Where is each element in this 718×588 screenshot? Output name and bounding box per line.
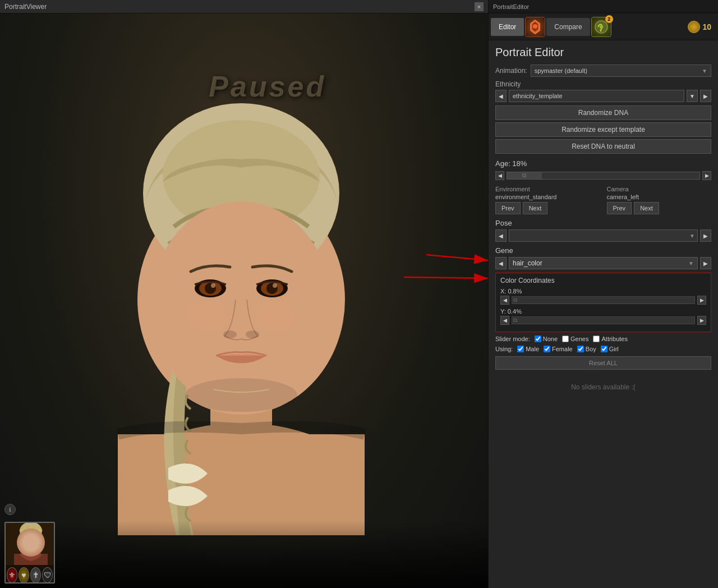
age-slider[interactable]: ◀ ⧉ ▶ [495,170,711,181]
age-slider-track[interactable]: ⧉ [507,172,700,180]
reset-dna-btn[interactable]: Reset DNA to neutral [495,139,711,154]
svg-point-18 [246,330,259,338]
badge-heraldry: ⚜ [7,567,17,583]
animation-label: Animation: [495,67,527,75]
gene-dropdown[interactable]: hair_color ▼ [509,257,698,269]
svg-point-33 [600,25,603,29]
age-slider-left[interactable]: ◀ [495,171,504,180]
title-bar: PortraitViewer × [0,0,488,13]
color-coordinates-box: Color Coordinates X: 0.8% ◀ ⧉ ▶ Y: 0.4% … [495,273,711,332]
pose-dropdown[interactable]: ▼ [509,229,698,242]
reset-all-btn[interactable]: Reset ALL [495,356,711,370]
pose-next-btn[interactable]: ▶ [700,229,711,242]
coord-x-track[interactable]: ⧉ [512,296,695,304]
panel-content: Portrait Editor Animation: spymaster (de… [489,40,718,408]
pose-label: Pose [495,219,711,227]
boy-checkbox-item: Boy [577,346,596,352]
ethnicity-dropdown-btn[interactable]: ▼ [687,90,698,102]
animation-value: spymaster (default) [535,67,587,74]
male-label: Male [526,346,539,352]
coord-x-slider[interactable]: ◀ ⧉ ▶ [500,296,706,305]
ethnicity-label: Ethnicity [495,80,711,88]
cam-prev-btn[interactable]: Prev [607,202,632,214]
attributes-label: Attributes [601,336,627,342]
section-title: Portrait Editor [495,46,711,59]
env-next-btn[interactable]: Next [523,202,548,214]
girl-checkbox[interactable] [601,346,607,352]
small-portrait-card: ⚜ ♥ ✝ 🛡 [4,522,55,584]
coord-x-icon: ⧉ [513,297,517,304]
female-checkbox-item: Female [544,346,573,352]
svg-point-17 [223,330,237,338]
slider-mode-label: Slider mode: [495,336,530,342]
age-slider-right[interactable]: ▶ [702,171,711,180]
badge-shield: 🛡 [42,567,53,583]
cam-next-btn[interactable]: Next [634,202,659,214]
env-prev-btn[interactable]: Prev [495,202,521,214]
coord-y-icon: ⧉ [513,317,517,324]
ethnicity-prev-btn[interactable]: ◀ [495,90,507,102]
randomize-except-btn[interactable]: Randomize except template [495,122,711,137]
female-checkbox[interactable] [544,346,550,352]
coord-x-left-btn[interactable]: ◀ [500,296,509,305]
coord-y-label: Y: 0.4% [500,308,706,315]
svg-point-16 [273,283,277,288]
environment-value: environment_standard [495,194,600,200]
camera-value: camera_left [607,194,712,200]
slider-mode-row: Slider mode: None Genes Attributes [495,336,711,342]
using-label: Using: [495,346,513,352]
indicator-icon[interactable]: ℹ [4,504,16,515]
svg-point-7 [188,302,227,330]
coord-y-left-btn[interactable]: ◀ [500,316,509,325]
bottom-bar: ⚜ ♥ ✝ 🛡 [0,521,488,588]
ethnicity-value: ethnicity_template [513,93,563,99]
boy-checkbox[interactable] [577,346,584,352]
svg-point-26 [23,539,29,542]
gene-prev-btn[interactable]: ◀ [495,257,507,269]
pose-row: ◀ ▼ ▶ [495,229,711,242]
close-button[interactable]: × [475,2,484,11]
ethnicity-dropdown[interactable]: ethnicity_template [509,90,684,102]
none-checkbox-item: None [535,336,558,342]
env-camera-row: Environment environment_standard Prev Ne… [495,186,711,214]
ethnicity-next-btn[interactable]: ▶ [700,90,711,102]
pose-dropdown-arrow: ▼ [689,233,695,239]
randomize-dna-btn[interactable]: Randomize DNA [495,105,711,120]
genes-checkbox[interactable] [562,336,569,342]
gene-next-btn[interactable]: ▶ [700,257,711,269]
tab-editor[interactable]: Editor [491,18,524,36]
age-label: Age: 18% [495,159,711,168]
environment-label: Environment [495,186,600,192]
viewport: Paused [0,13,488,588]
env-nav-row: Prev Next [495,202,600,214]
svg-point-8 [255,302,294,330]
app-title: PortraitViewer [4,3,47,11]
coord-y-right-btn[interactable]: ▶ [697,316,706,325]
gold-count: 10 [702,22,711,31]
badge-cross: ✝ [30,567,41,583]
panel-tabs: Editor Compare 2 10 [489,13,718,40]
coord-x-right-btn[interactable]: ▶ [697,296,706,305]
girl-checkbox-item: Girl [601,346,619,352]
coord-y-track[interactable]: ⧉ [512,316,695,324]
none-checkbox[interactable] [535,336,541,342]
attributes-checkbox[interactable] [593,336,600,342]
girl-label: Girl [609,346,619,352]
tab-compare[interactable]: Compare [546,18,590,36]
animation-dropdown[interactable]: spymaster (default) ▼ [531,65,711,77]
panel-titlebar: PortraitEditor [489,0,718,13]
male-checkbox[interactable] [517,346,524,352]
cam-nav-row: Prev Next [607,202,712,214]
male-checkbox-item: Male [517,346,539,352]
animation-row: Animation: spymaster (default) ▼ [495,65,711,77]
gene-dropdown-arrow: ▼ [688,260,694,267]
portrait-badges: ⚜ ♥ ✝ 🛡 [6,565,54,584]
pose-prev-btn[interactable]: ◀ [495,229,507,242]
tab-icon-2[interactable]: 2 [591,17,611,37]
right-panel: PortraitEditor Editor Compare 2 1 [488,0,718,588]
animation-dropdown-arrow: ▼ [702,68,707,74]
tab-icon-1[interactable] [525,17,545,37]
svg-point-6 [151,201,331,409]
svg-point-12 [211,283,215,288]
coord-y-slider[interactable]: ◀ ⧉ ▶ [500,316,706,325]
